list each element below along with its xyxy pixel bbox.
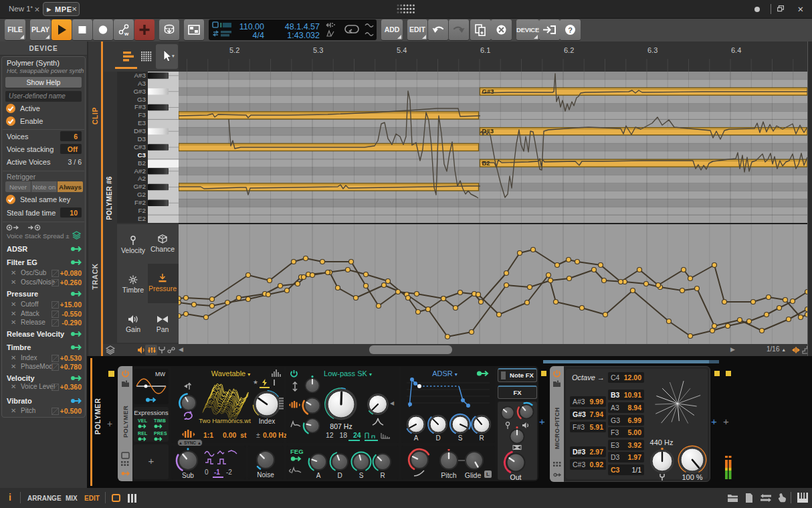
- svg-text:MW: MW: [155, 371, 165, 377]
- svg-text:G#3: G#3: [133, 88, 146, 95]
- svg-text:?: ?: [568, 26, 573, 34]
- svg-text:B2: B2: [138, 159, 146, 167]
- svg-text:F2: F2: [138, 207, 146, 214]
- svg-text:A#3: A#3: [134, 72, 146, 79]
- svg-text:F#3: F#3: [134, 103, 146, 110]
- svg-text:w: w: [124, 31, 129, 37]
- svg-text:F#2: F#2: [134, 199, 146, 206]
- svg-text:D3: D3: [137, 135, 146, 143]
- svg-text:E2: E2: [138, 215, 146, 222]
- svg-text:F3: F3: [138, 111, 146, 118]
- svg-text:A3: A3: [138, 80, 146, 87]
- svg-text:C#3: C#3: [134, 143, 146, 151]
- svg-text:C3: C3: [137, 151, 146, 159]
- svg-text:G2: G2: [137, 191, 146, 198]
- svg-text:A2: A2: [138, 175, 146, 182]
- svg-text:E3: E3: [138, 119, 146, 126]
- svg-text:G#3: G#3: [482, 88, 494, 95]
- svg-text:G#2: G#2: [133, 183, 146, 190]
- svg-text:A#2: A#2: [134, 167, 146, 175]
- svg-text:D#3: D#3: [134, 127, 146, 135]
- svg-text:G3: G3: [137, 96, 146, 103]
